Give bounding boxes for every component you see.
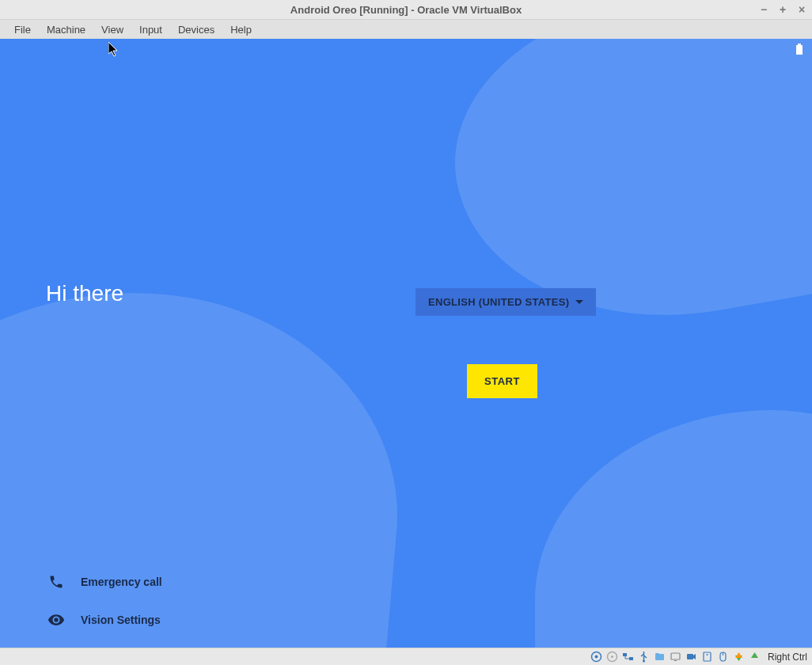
- svg-rect-7: [629, 657, 633, 660]
- svg-point-8: [643, 660, 645, 663]
- mouse-integration-icon[interactable]: [717, 651, 730, 663]
- hdd-icon[interactable]: [590, 651, 603, 663]
- keyboard-capture-icon[interactable]: [733, 651, 746, 663]
- recording-icon[interactable]: [685, 651, 698, 663]
- menubar: File Machine View Input Devices Help: [0, 20, 812, 39]
- battery-icon: [796, 46, 803, 57]
- svg-rect-9: [655, 654, 664, 660]
- svg-rect-6: [623, 653, 627, 656]
- language-dropdown[interactable]: ENGLISH (UNITED STATES): [415, 288, 596, 316]
- language-label: ENGLISH (UNITED STATES): [428, 296, 569, 308]
- emergency-call-link[interactable]: Emergency call: [47, 573, 162, 591]
- start-button[interactable]: START: [467, 364, 537, 398]
- bg-wave: [535, 410, 812, 648]
- host-key-label: Right Ctrl: [768, 652, 807, 663]
- chevron-down-icon: [575, 300, 583, 304]
- android-statusbar: [796, 44, 803, 57]
- svg-point-15: [707, 654, 708, 656]
- close-button[interactable]: ×: [796, 3, 807, 16]
- svg-point-3: [595, 656, 598, 659]
- phone-icon: [47, 573, 65, 591]
- svg-rect-13: [687, 654, 693, 659]
- vision-settings-label: Vision Settings: [81, 614, 161, 626]
- usb-icon[interactable]: [638, 651, 651, 663]
- menu-devices[interactable]: Devices: [170, 21, 222, 38]
- window-title: Android Oreo [Running] - Oracle VM Virtu…: [290, 4, 522, 16]
- network-icon[interactable]: [622, 651, 635, 663]
- vm-display[interactable]: Hi there ENGLISH (UNITED STATES) START E…: [0, 39, 812, 648]
- svg-rect-12: [674, 660, 677, 661]
- vm-power-icon[interactable]: [749, 651, 761, 663]
- minimize-button[interactable]: −: [758, 3, 769, 16]
- shared-folder-icon[interactable]: [654, 651, 666, 663]
- audio-icon[interactable]: [701, 651, 714, 663]
- eye-icon: [47, 611, 65, 629]
- svg-rect-1: [798, 44, 801, 45]
- optical-icon[interactable]: [606, 651, 619, 663]
- svg-rect-11: [671, 653, 680, 659]
- maximize-button[interactable]: +: [777, 3, 788, 16]
- greeting-text: Hi there: [46, 281, 123, 306]
- vision-settings-link[interactable]: Vision Settings: [47, 611, 161, 629]
- menu-view[interactable]: View: [93, 21, 131, 38]
- menu-machine[interactable]: Machine: [39, 21, 93, 38]
- menu-file[interactable]: File: [6, 21, 39, 38]
- display-icon[interactable]: [670, 651, 682, 663]
- svg-rect-14: [704, 652, 711, 661]
- svg-rect-0: [796, 45, 803, 55]
- vm-statusbar: Right Ctrl: [0, 648, 812, 665]
- menu-help[interactable]: Help: [222, 21, 260, 38]
- svg-rect-10: [655, 653, 659, 655]
- svg-point-5: [611, 656, 613, 658]
- window-titlebar: Android Oreo [Running] - Oracle VM Virtu…: [0, 0, 812, 20]
- menu-input[interactable]: Input: [131, 21, 170, 38]
- emergency-call-label: Emergency call: [81, 576, 162, 588]
- bg-wave: [0, 268, 415, 648]
